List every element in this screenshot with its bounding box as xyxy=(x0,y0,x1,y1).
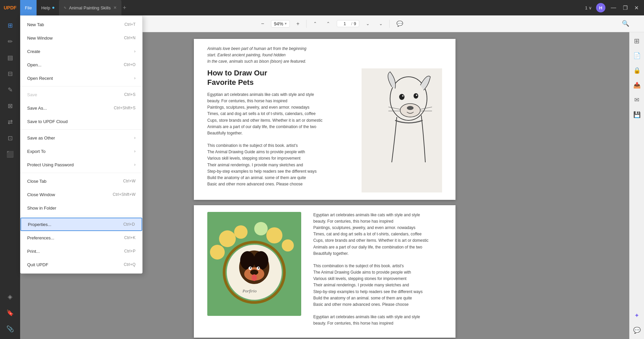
menu-item-open-recent-label: Open Recent xyxy=(27,76,53,81)
menu-item-new-tab[interactable]: New Tab Ctrl+T xyxy=(20,18,142,31)
menu-item-close-window-label: Close Window xyxy=(27,192,55,197)
menu-divider-2 xyxy=(20,129,142,130)
menu-divider-4 xyxy=(20,216,142,216)
menu-item-quit-shortcut: Ctrl+Q xyxy=(124,262,136,267)
menu-item-new-window[interactable]: New Window Ctrl+N xyxy=(20,31,142,45)
export-to-arrow-icon: › xyxy=(134,149,136,154)
menu-item-properties-shortcut: Ctrl+D xyxy=(123,222,135,227)
menu-item-preferences-label: Preferences... xyxy=(27,235,54,240)
menu-item-save-as-other[interactable]: Save as Other › xyxy=(20,131,142,145)
menu-item-show-in-folder[interactable]: Show in Folder xyxy=(20,201,142,215)
menu-item-preferences-shortcut: Ctrl+K xyxy=(124,235,136,240)
menu-item-save-as-label: Save As... xyxy=(27,106,47,111)
menu-item-print[interactable]: Print... Ctrl+P xyxy=(20,244,142,258)
menu-item-save-as-other-label: Save as Other xyxy=(27,135,55,140)
protect-password-arrow-icon: › xyxy=(134,162,136,167)
menu-item-new-window-label: New Window xyxy=(27,36,53,41)
menu-item-quit[interactable]: Quit UPDF Ctrl+Q xyxy=(20,258,142,271)
menu-item-close-tab-shortcut: Ctrl+W xyxy=(123,179,136,183)
menu-item-save-as[interactable]: Save As... Ctrl+Shift+S xyxy=(20,101,142,115)
menu-item-open-recent[interactable]: Open Recent › xyxy=(20,71,142,85)
menu-item-close-window[interactable]: Close Window Ctrl+Shift+W xyxy=(20,188,142,201)
menu-item-save-as-shortcut: Ctrl+Shift+S xyxy=(114,106,136,110)
menu-item-save-to-cloud[interactable]: Save to UPDF Cloud xyxy=(20,115,142,128)
menu-item-new-window-shortcut: Ctrl+N xyxy=(124,36,136,40)
menu-item-print-label: Print... xyxy=(27,249,40,254)
menu-item-new-tab-label: New Tab xyxy=(27,22,44,27)
menu-item-create[interactable]: Create › xyxy=(20,45,142,58)
menu-item-create-label: Create xyxy=(27,49,40,54)
menu-item-open-label: Open... xyxy=(27,62,42,67)
open-recent-arrow-icon: › xyxy=(134,76,136,80)
menu-item-close-window-shortcut: Ctrl+Shift+W xyxy=(113,192,136,197)
file-dropdown-menu: New Tab Ctrl+T New Window Ctrl+N Create … xyxy=(20,15,143,274)
menu-divider-3 xyxy=(20,173,142,173)
menu-item-show-in-folder-label: Show in Folder xyxy=(27,206,56,211)
menu-divider-1 xyxy=(20,86,142,87)
menu-item-export-to[interactable]: Export To › xyxy=(20,145,142,158)
menu-overlay: New Tab Ctrl+T New Window Ctrl+N Create … xyxy=(0,0,644,339)
menu-item-protect-password[interactable]: Protect Using Password › xyxy=(20,158,142,171)
menu-item-preferences[interactable]: Preferences... Ctrl+K xyxy=(20,231,142,244)
menu-item-print-shortcut: Ctrl+P xyxy=(124,249,136,253)
menu-item-protect-password-label: Protect Using Password xyxy=(27,162,74,167)
menu-item-export-to-label: Export To xyxy=(27,149,46,154)
menu-item-open[interactable]: Open... Ctrl+O xyxy=(20,58,142,71)
menu-item-save-label: Save xyxy=(27,92,37,97)
menu-item-close-tab-label: Close Tab xyxy=(27,179,47,184)
menu-item-save: Save Ctrl+S xyxy=(20,88,142,101)
save-as-other-arrow-icon: › xyxy=(134,135,136,140)
menu-item-close-tab[interactable]: Close Tab Ctrl+W xyxy=(20,174,142,188)
create-arrow-icon: › xyxy=(134,49,136,54)
menu-item-quit-label: Quit UPDF xyxy=(27,262,48,267)
menu-item-save-shortcut: Ctrl+S xyxy=(124,92,136,97)
menu-item-properties[interactable]: Properties... Ctrl+D xyxy=(20,218,142,231)
menu-item-open-shortcut: Ctrl+O xyxy=(124,62,136,67)
menu-item-properties-label: Properties... xyxy=(28,222,51,227)
menu-item-new-tab-shortcut: Ctrl+T xyxy=(124,22,136,27)
menu-item-save-to-cloud-label: Save to UPDF Cloud xyxy=(27,119,68,124)
